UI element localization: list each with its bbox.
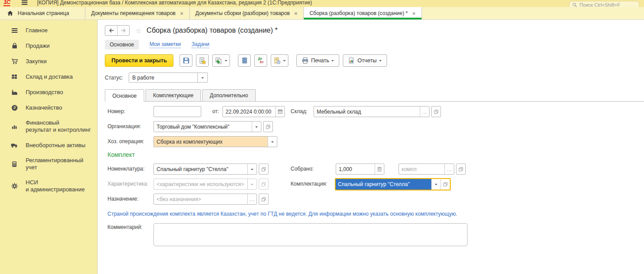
purpose-field: ... [153,194,257,205]
main-menu-icon[interactable] [22,0,27,6]
form-tab-main[interactable]: Основное [105,89,144,102]
document-form: ☆ Сборка (разборка) товаров (создание) *… [98,20,644,274]
scheduled-posting-button[interactable] [271,54,288,67]
save-button[interactable] [180,54,192,67]
ruble-circle-icon: ₽ [11,104,18,111]
tab-assembly-create[interactable]: Сборка (разборка) товаров (создание) * × [304,7,422,19]
characteristic-input[interactable] [154,179,247,189]
operation-field [153,136,277,147]
dt-kt-button[interactable]: ДтКт [254,54,267,67]
factory-icon [11,88,18,96]
sidebar-item-nsi-administration[interactable]: НСИи администрирование [0,175,97,197]
assembled-unit-input[interactable] [399,164,445,174]
dropdown-caret-icon [331,60,334,63]
kitting-open-button[interactable] [441,179,450,190]
form-tab-components[interactable]: Комплектующие [146,89,201,101]
warehouse-select-button[interactable]: ... [420,107,429,117]
reports-label: Отчеты [357,57,376,64]
sidebar-item-label: Финансовыйрезультат и контроллинг [26,119,91,133]
sidebar-item-warehouse[interactable]: Склад и доставка [0,69,97,84]
tab-assembly-docs[interactable]: Документы сборки (разборки) товаров × [190,7,304,19]
comment-input[interactable] [153,223,468,246]
create-based-on-icon [215,57,222,65]
nav-link-my-notes[interactable]: Мои заметки [150,41,181,48]
characteristic-open-button[interactable] [259,179,268,190]
status-dropdown-button[interactable] [198,72,208,83]
date-input[interactable] [223,107,275,117]
nomenclature-dropdown-button[interactable] [247,164,257,174]
dropdown-caret-icon [283,60,286,63]
nomenclature-open-button[interactable] [259,164,268,175]
characteristic-dropdown-button[interactable] [247,179,257,189]
date-calendar-button[interactable] [275,107,284,117]
comment-label: Комментарий: [107,224,142,230]
sidebar-item-production[interactable]: Производство [0,84,97,100]
calendar-icon [277,109,283,114]
assembled-unit-field: ... [399,164,454,175]
date-label: от: [212,108,219,114]
assembled-unit-select-button[interactable]: ... [445,164,454,174]
create-based-on-button[interactable] [212,54,230,67]
open-icon [261,167,266,172]
tab-goods-movement[interactable]: Документы перемещения товаров × [85,7,189,19]
number-input[interactable] [154,107,201,117]
kit-section-header: Комплект [107,151,644,158]
menu-icon [11,27,18,34]
operation-label: Хоз. операция: [107,138,144,145]
kitting-dropdown-button[interactable] [431,179,441,190]
bar-chart-icon [11,123,18,130]
kitting-label: Комплектация: [291,181,327,187]
dropdown-caret-icon [201,77,204,80]
organization-open-button[interactable] [263,121,273,132]
window-tab-bar: Начальная страница Документы перемещения… [0,7,644,20]
assembled-input[interactable] [336,164,375,174]
forward-button[interactable] [117,26,129,35]
tab-home[interactable]: Начальная страница [0,7,81,19]
favorite-star-icon[interactable]: ☆ [135,27,142,35]
form-tab-strip: Основное Комплектующие Дополнительно [105,89,644,102]
sidebar-item-purchases[interactable]: Закупки [0,53,97,69]
global-search-input[interactable]: Поиск Ctrl+Shift+F [569,1,640,7]
warehouse-input[interactable] [314,107,420,117]
sidebar-item-label: НСИи администрирование [26,179,84,193]
assembled-calculator-button[interactable] [375,164,384,174]
register-records-button[interactable] [238,54,251,67]
organization-input[interactable] [154,122,252,132]
assembled-unit-open-button[interactable] [456,164,466,175]
back-button[interactable] [105,26,117,35]
close-icon[interactable]: × [294,11,298,16]
post-and-close-button[interactable]: Провести и закрыть [105,54,173,67]
purpose-select-button[interactable]: ... [247,194,257,204]
operation-dropdown-button[interactable] [268,137,277,147]
nav-link-main[interactable]: Основное [105,40,139,49]
kitting-input[interactable]: Спальный гарнитур "Стелла" [336,179,431,190]
tab-label: Документы перемещения товаров [91,10,176,16]
sidebar-item-label: Регламентированныйучет [26,157,84,171]
warehouse-open-button[interactable] [431,106,441,117]
purpose-open-button[interactable] [259,194,268,205]
sidebar-item-fixed-assets[interactable]: Внеоборотные активы [0,137,97,153]
warehouse-label: Склад: [291,108,307,114]
post-button[interactable] [196,54,209,67]
save-icon [183,57,190,64]
nomenclature-input[interactable] [154,164,247,174]
purpose-input[interactable] [154,194,247,204]
close-icon[interactable]: × [180,11,184,16]
sidebar-item-treasury[interactable]: ₽ Казначейство [0,100,97,115]
sidebar-item-main[interactable]: Главное [0,23,97,38]
tab-label: Сборка (разборка) товаров (создание) * [310,10,408,16]
organization-dropdown-button[interactable] [252,122,261,132]
search-placeholder: Поиск Ctrl+Shift+F [579,2,620,7]
reports-button[interactable]: Отчеты [343,54,387,67]
sidebar-item-financial-result[interactable]: Финансовыйрезультат и контроллинг [0,115,97,137]
sidebar-item-regulated-accounting[interactable]: Регламентированныйучет [0,153,97,175]
print-button[interactable]: Печать [296,54,339,67]
form-tab-additional[interactable]: Дополнительно [202,89,255,101]
search-icon [572,3,577,8]
nav-link-tasks[interactable]: Задачи [192,41,209,48]
operation-input[interactable] [154,137,268,147]
sidebar-item-sales[interactable]: Продажи [0,38,97,53]
sections-panel: Главное Продажи Закупки Склад и доставка… [0,20,98,274]
status-input[interactable] [129,72,198,83]
close-icon[interactable]: × [412,11,416,16]
